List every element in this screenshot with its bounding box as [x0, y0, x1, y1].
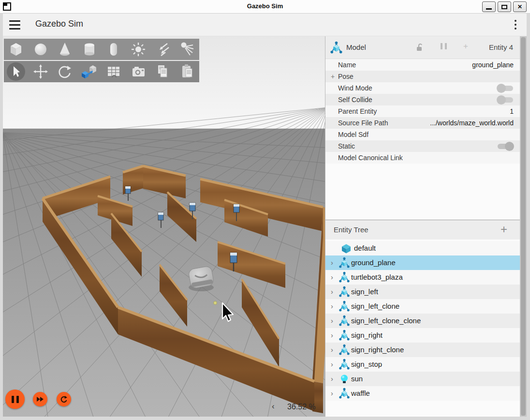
box-tool-button[interactable]	[4, 39, 29, 60]
model-icon	[339, 271, 350, 283]
tree-item-sign-stop[interactable]: › sign_stop	[325, 357, 520, 372]
tree-item-sun[interactable]: › sun	[325, 372, 520, 386]
tree-item-sign-right[interactable]: › sign_right	[325, 328, 520, 343]
lock-open-icon[interactable]	[415, 43, 425, 52]
translate-tool-button[interactable]	[29, 61, 53, 82]
window-frame	[0, 417, 530, 420]
chevron-right-icon[interactable]: ›	[331, 345, 333, 354]
model-icon	[339, 330, 350, 341]
inspector-row-self-collide[interactable]: Self Collide	[325, 94, 520, 105]
self-collide-toggle[interactable]	[498, 97, 513, 103]
grid-tool-button[interactable]	[102, 61, 126, 82]
waypoint-dot	[214, 301, 217, 305]
model-icon	[339, 388, 350, 399]
close-icon: ✕	[517, 3, 522, 10]
inspector-row-pose[interactable]: + Pose	[325, 71, 520, 82]
component-pause-icon[interactable]	[441, 43, 447, 49]
pause-icon	[12, 396, 19, 403]
parent-entity-value: 1	[510, 107, 514, 115]
snap-tool-button[interactable]	[77, 61, 102, 82]
render-viewport[interactable]: ‹ 36.52 %	[3, 36, 325, 417]
component-type-label: Model	[346, 43, 366, 51]
select-tool-button[interactable]	[4, 61, 29, 82]
source-file-path-value: .../worlds/maze_world.world	[430, 119, 514, 127]
pause-button[interactable]	[5, 390, 25, 409]
chevron-right-icon[interactable]: ›	[331, 316, 333, 325]
window-frame	[0, 14, 3, 420]
inspector-row-static[interactable]: Static	[325, 140, 520, 152]
reset-button[interactable]	[57, 392, 71, 406]
entity-id-label: Entity 4	[489, 43, 513, 51]
rtf-collapse-chevron[interactable]: ‹	[272, 402, 275, 411]
capsule-tool-button[interactable]	[102, 39, 126, 60]
entity-tree-title: Entity Tree	[334, 225, 368, 234]
component-inspector-header: Model + Entity 4	[325, 36, 520, 59]
transform-toolbar	[4, 61, 199, 82]
panel-scrollbar[interactable]	[520, 36, 527, 417]
tree-item-default[interactable]: default	[325, 241, 520, 255]
model-icon	[339, 300, 350, 312]
reset-icon	[60, 395, 68, 403]
tree-item-turtlebot3-plaza[interactable]: › turtlebot3_plaza	[325, 270, 520, 285]
entity-tree-add-icon[interactable]: +	[501, 223, 507, 236]
robot-waffle	[188, 266, 214, 291]
cylinder-tool-button[interactable]	[77, 39, 102, 60]
chevron-right-icon[interactable]: ›	[331, 360, 333, 368]
model-icon	[339, 359, 350, 370]
wind-mode-toggle[interactable]	[498, 86, 513, 91]
spot-light-tool-button[interactable]	[175, 39, 200, 60]
cone-tool-button[interactable]	[53, 39, 77, 60]
inspector-row-model-sdf[interactable]: Model Sdf	[325, 129, 520, 140]
chevron-right-icon[interactable]: ›	[331, 375, 333, 383]
chevron-right-icon[interactable]: ›	[331, 389, 333, 397]
minimize-icon	[486, 8, 492, 10]
tree-item-sign-left[interactable]: › sign_left	[325, 285, 520, 299]
minimize-button[interactable]	[482, 1, 496, 12]
paste-tool-button[interactable]	[175, 61, 200, 82]
close-button[interactable]: ✕	[513, 1, 527, 12]
step-forward-button[interactable]	[33, 392, 47, 406]
os-titlebar: Gazebo Sim ✕	[0, 0, 530, 14]
rtf-percentage: 36.52 %	[287, 403, 316, 411]
model-icon	[339, 286, 350, 298]
maximize-icon	[501, 5, 507, 9]
component-add-icon[interactable]: +	[463, 42, 468, 51]
window-title: Gazebo Sim	[0, 2, 530, 10]
inspector-row-model-canonical-link[interactable]: Model Canonical Link	[325, 152, 520, 164]
tree-item-sign-left-clone[interactable]: › sign_left_clone	[325, 299, 520, 314]
shapes-toolbar	[4, 39, 199, 60]
pose-expander-icon[interactable]: +	[331, 73, 335, 80]
copy-tool-button[interactable]	[150, 61, 175, 82]
name-value: ground_plane	[472, 61, 514, 69]
chevron-right-icon[interactable]: ›	[331, 302, 333, 310]
tree-item-ground-plane[interactable]: › ground_plane	[325, 255, 520, 270]
tree-item-sign-right-clone[interactable]: › sign_right_clone	[325, 343, 520, 357]
chevron-right-icon[interactable]: ›	[331, 258, 333, 267]
inspector-row-parent-entity[interactable]: Parent Entity 1	[325, 105, 520, 117]
maximize-button[interactable]	[498, 1, 511, 12]
light-bulb-icon	[339, 373, 350, 385]
directional-light-tool-button[interactable]	[150, 39, 175, 60]
scrollbar-thumb[interactable]	[521, 37, 526, 416]
tree-item-waffle[interactable]: › waffle	[325, 386, 520, 401]
point-light-tool-button[interactable]	[126, 39, 151, 60]
inspector-row-name[interactable]: Name ground_plane	[325, 59, 520, 71]
rotate-tool-button[interactable]	[53, 61, 77, 82]
chevron-right-icon[interactable]: ›	[331, 273, 333, 281]
sphere-tool-button[interactable]	[29, 39, 53, 60]
kebab-menu-icon[interactable]	[515, 20, 516, 30]
hamburger-menu-icon[interactable]	[9, 20, 20, 30]
tree-item-sign-left-clone-clone[interactable]: › sign_left_clone_clone	[325, 314, 520, 328]
model-icon	[339, 344, 350, 356]
window-frame	[527, 14, 530, 420]
static-toggle[interactable]	[498, 144, 513, 149]
inspector-row-wind-mode[interactable]: Wind Mode	[325, 82, 520, 94]
world-cube-icon	[340, 242, 352, 254]
right-panel: Model + Entity 4 Name ground_plane + Pos…	[325, 36, 520, 417]
chevron-right-icon[interactable]: ›	[331, 331, 333, 339]
chevron-right-icon[interactable]: ›	[331, 287, 333, 296]
model-icon	[339, 315, 350, 327]
app-header: Gazebo Sim	[3, 14, 527, 36]
screenshot-tool-button[interactable]	[126, 61, 151, 82]
inspector-row-source-file-path[interactable]: Source File Path .../worlds/maze_world.w…	[325, 117, 520, 129]
